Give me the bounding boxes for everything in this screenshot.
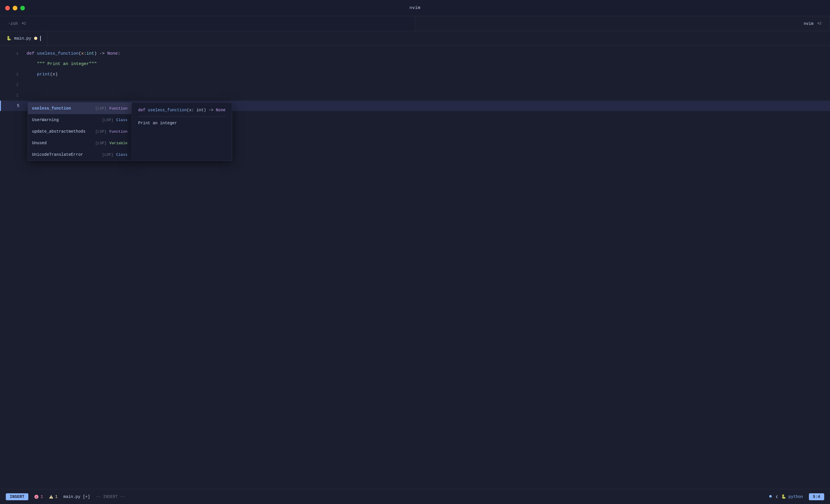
- autocomplete-preview: def useless_function(x: int) -> None Pri…: [132, 102, 232, 161]
- code-content-4: def useless_function(x:int) -> None:: [27, 49, 120, 59]
- ac-name-2: update_abstractmethods: [32, 129, 93, 134]
- ac-source-2: [LSP]: [95, 129, 107, 134]
- maximize-button[interactable]: [20, 6, 25, 10]
- tab-zsh-shortcut: ⌘1: [22, 21, 26, 26]
- code-line-3: 3 print(x): [0, 69, 830, 80]
- error-icon: ✕: [34, 495, 39, 499]
- status-language: 🐍 python: [768, 494, 803, 499]
- warning-icon: !: [49, 495, 54, 499]
- line-number-4: 4: [6, 49, 19, 59]
- insert-mode-label: -- INSERT --: [96, 495, 125, 499]
- ac-item-3[interactable]: Unused [LSP] Variable: [28, 137, 131, 149]
- svg-text:!: !: [50, 496, 52, 499]
- status-mode: INSERT: [6, 493, 28, 500]
- code-content-3: print(x): [27, 69, 58, 80]
- tab-nvim[interactable]: nvim ⌘2: [415, 16, 830, 31]
- tab-nvim-shortcut: ⌘2: [818, 21, 822, 26]
- code-line-1: 1: [0, 90, 830, 101]
- code-area: 4 def useless_function(x:int) -> None: "…: [0, 46, 830, 114]
- window-title: nvim: [410, 5, 420, 10]
- ac-name-1: UserWarning: [32, 118, 99, 122]
- ac-item-2[interactable]: update_abstractmethods [LSP] Function: [28, 126, 131, 137]
- ac-type-2: Function: [109, 129, 127, 134]
- python-lang-icon: 🐍: [781, 494, 786, 499]
- status-position: 5:4: [809, 493, 824, 500]
- line-number-5: 5: [7, 101, 19, 111]
- ac-item-4[interactable]: UnicodeTranslateError [LSP] Class: [28, 149, 131, 160]
- preview-signature: def useless_function(x: int) -> None: [138, 108, 225, 113]
- ac-source-4: [LSP]: [102, 153, 113, 157]
- autocomplete-container: useless_function [LSP] Function UserWarn…: [28, 102, 232, 161]
- minimize-button[interactable]: [13, 6, 17, 10]
- tab-zsh-label: -zsh: [8, 21, 18, 26]
- ac-type-0: Function: [109, 106, 127, 111]
- ac-source-0: [LSP]: [95, 106, 107, 111]
- ac-item-0[interactable]: useless_function [LSP] Function: [28, 103, 131, 114]
- statusbar-right: 🐍 python 5:4: [768, 493, 824, 500]
- tab-nvim-label: nvim: [804, 21, 813, 26]
- ac-type-1: Class: [116, 118, 127, 122]
- cursor-blink: [40, 36, 41, 41]
- file-tab-main[interactable]: 🐍 main.py: [0, 31, 47, 45]
- status-warnings: ! 1: [49, 495, 58, 499]
- autocomplete-list: useless_function [LSP] Function UserWarn…: [28, 102, 132, 161]
- svg-text:✕: ✕: [36, 496, 37, 499]
- code-line-docstring: """ Print an integer""": [0, 59, 830, 69]
- code-line-2: 2: [0, 80, 830, 90]
- ac-name-3: Unused: [32, 141, 93, 145]
- status-filename: main.py [+]: [63, 495, 90, 499]
- preview-divider: [138, 117, 225, 117]
- preview-doc: Print an integer: [138, 121, 225, 125]
- window-controls: [5, 6, 25, 10]
- bell-icon: [768, 495, 772, 499]
- ac-item-1[interactable]: UserWarning [LSP] Class: [28, 114, 131, 126]
- line-number-2: 2: [6, 80, 19, 90]
- file-tab-bar: 🐍 main.py: [0, 31, 830, 46]
- modified-indicator: [34, 37, 37, 40]
- ac-name-4: UnicodeTranslateError: [32, 152, 99, 157]
- code-docstring: """ Print an integer""": [27, 59, 97, 69]
- status-errors: ✕ 1: [34, 495, 43, 499]
- ac-type-4: Class: [116, 153, 127, 157]
- python-icon: 🐍: [6, 36, 11, 41]
- language-label: python: [788, 495, 803, 499]
- line-number-1: 1: [6, 90, 19, 101]
- ac-name-0: useless_function: [32, 106, 93, 111]
- ac-source-1: [LSP]: [102, 118, 113, 122]
- tab-bar: -zsh ⌘1 nvim ⌘2: [0, 16, 830, 31]
- statusbar: INSERT ✕ 1 ! 1 main.py [+] -- INSERT -- …: [0, 489, 830, 504]
- titlebar: nvim: [0, 0, 830, 16]
- ac-type-3: Variable: [109, 141, 127, 145]
- code-line-4: 4 def useless_function(x:int) -> None:: [0, 49, 830, 59]
- close-button[interactable]: [5, 6, 10, 10]
- line-number-3: 3: [6, 69, 19, 80]
- file-tab-name: main.py: [14, 36, 31, 41]
- chevron-left-icon: [775, 495, 779, 499]
- tab-zsh[interactable]: -zsh ⌘1: [0, 16, 415, 31]
- ac-source-3: [LSP]: [95, 141, 107, 145]
